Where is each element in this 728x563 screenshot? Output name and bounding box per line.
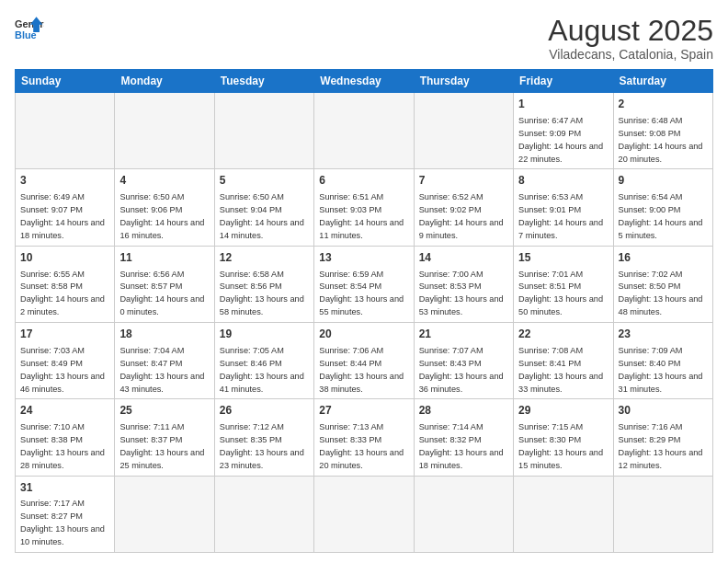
calendar-cell: 14Sunrise: 7:00 AM Sunset: 8:53 PM Dayli… xyxy=(414,246,513,322)
calendar-cell xyxy=(115,476,214,552)
day-number: 25 xyxy=(119,403,209,419)
day-info: Sunrise: 6:59 AM Sunset: 8:54 PM Dayligh… xyxy=(319,270,404,317)
day-number: 22 xyxy=(518,327,608,342)
calendar-cell xyxy=(115,93,214,169)
day-info: Sunrise: 7:15 AM Sunset: 8:30 PM Dayligh… xyxy=(518,422,603,470)
calendar-row: 3Sunrise: 6:49 AM Sunset: 9:07 PM Daylig… xyxy=(16,169,713,246)
calendar-cell: 6Sunrise: 6:51 AM Sunset: 9:03 PM Daylig… xyxy=(314,169,414,246)
day-number: 24 xyxy=(20,403,109,419)
day-info: Sunrise: 7:10 AM Sunset: 8:38 PM Dayligh… xyxy=(20,422,105,470)
calendar-cell: 11Sunrise: 6:56 AM Sunset: 8:57 PM Dayli… xyxy=(115,246,214,322)
day-info: Sunrise: 7:14 AM Sunset: 8:32 PM Dayligh… xyxy=(419,422,504,470)
calendar-row: 1Sunrise: 6:47 AM Sunset: 9:09 PM Daylig… xyxy=(16,93,713,169)
calendar-cell xyxy=(613,476,712,552)
day-number: 7 xyxy=(419,173,508,189)
day-info: Sunrise: 7:01 AM Sunset: 8:51 PM Dayligh… xyxy=(518,270,603,317)
calendar-cell: 28Sunrise: 7:14 AM Sunset: 8:32 PM Dayli… xyxy=(414,399,513,476)
svg-text:Blue: Blue xyxy=(15,29,37,40)
calendar-cell xyxy=(214,476,313,552)
day-number: 6 xyxy=(319,173,408,189)
day-number: 10 xyxy=(20,250,109,266)
day-info: Sunrise: 7:12 AM Sunset: 8:35 PM Dayligh… xyxy=(220,422,304,470)
page-container: General Blue August 2025 Viladecans, Cat… xyxy=(15,15,713,553)
calendar-cell xyxy=(514,476,613,552)
weekday-header-row: Sunday Monday Tuesday Wednesday Thursday… xyxy=(16,70,713,93)
day-number: 1 xyxy=(518,97,608,112)
day-info: Sunrise: 7:17 AM Sunset: 8:27 PM Dayligh… xyxy=(20,499,105,546)
day-number: 14 xyxy=(419,250,508,266)
day-number: 16 xyxy=(619,250,708,266)
day-info: Sunrise: 6:53 AM Sunset: 9:01 PM Dayligh… xyxy=(518,192,603,240)
day-number: 13 xyxy=(319,250,408,266)
day-info: Sunrise: 7:07 AM Sunset: 8:43 PM Dayligh… xyxy=(419,346,504,394)
day-info: Sunrise: 6:48 AM Sunset: 9:08 PM Dayligh… xyxy=(619,116,703,164)
calendar-cell: 29Sunrise: 7:15 AM Sunset: 8:30 PM Dayli… xyxy=(514,399,613,476)
header-tuesday: Tuesday xyxy=(214,70,313,93)
day-number: 12 xyxy=(220,250,309,266)
calendar-cell: 17Sunrise: 7:03 AM Sunset: 8:49 PM Dayli… xyxy=(16,323,115,399)
day-info: Sunrise: 6:52 AM Sunset: 9:02 PM Dayligh… xyxy=(419,192,504,240)
day-info: Sunrise: 7:06 AM Sunset: 8:44 PM Dayligh… xyxy=(319,346,404,394)
calendar-row: 17Sunrise: 7:03 AM Sunset: 8:49 PM Dayli… xyxy=(16,323,713,399)
generalblue-logo-icon: General Blue xyxy=(15,15,44,40)
calendar-cell: 26Sunrise: 7:12 AM Sunset: 8:35 PM Dayli… xyxy=(214,399,313,476)
calendar-cell: 19Sunrise: 7:05 AM Sunset: 8:46 PM Dayli… xyxy=(214,323,313,399)
day-info: Sunrise: 7:02 AM Sunset: 8:50 PM Dayligh… xyxy=(619,270,703,317)
calendar-cell: 25Sunrise: 7:11 AM Sunset: 8:37 PM Dayli… xyxy=(115,399,214,476)
day-info: Sunrise: 6:47 AM Sunset: 9:09 PM Dayligh… xyxy=(518,116,603,164)
day-info: Sunrise: 6:54 AM Sunset: 9:00 PM Dayligh… xyxy=(619,192,703,240)
day-number: 11 xyxy=(119,250,209,266)
day-number: 4 xyxy=(119,173,209,189)
day-info: Sunrise: 6:50 AM Sunset: 9:04 PM Dayligh… xyxy=(220,192,304,240)
day-info: Sunrise: 7:13 AM Sunset: 8:33 PM Dayligh… xyxy=(319,422,404,470)
calendar-cell xyxy=(314,93,414,169)
location-subtitle: Viladecans, Catalonia, Spain xyxy=(548,47,713,62)
calendar-cell: 7Sunrise: 6:52 AM Sunset: 9:02 PM Daylig… xyxy=(414,169,513,246)
calendar-cell: 24Sunrise: 7:10 AM Sunset: 8:38 PM Dayli… xyxy=(16,399,115,476)
calendar-cell xyxy=(314,476,414,552)
day-info: Sunrise: 7:04 AM Sunset: 8:47 PM Dayligh… xyxy=(119,346,204,394)
calendar-cell xyxy=(16,93,115,169)
day-info: Sunrise: 6:58 AM Sunset: 8:56 PM Dayligh… xyxy=(220,270,304,317)
calendar-cell: 22Sunrise: 7:08 AM Sunset: 8:41 PM Dayli… xyxy=(514,323,613,399)
calendar-cell: 5Sunrise: 6:50 AM Sunset: 9:04 PM Daylig… xyxy=(214,169,313,246)
calendar-cell: 4Sunrise: 6:50 AM Sunset: 9:06 PM Daylig… xyxy=(115,169,214,246)
day-number: 19 xyxy=(220,327,309,342)
day-number: 28 xyxy=(419,403,508,419)
day-number: 17 xyxy=(20,327,109,342)
day-info: Sunrise: 7:05 AM Sunset: 8:46 PM Dayligh… xyxy=(220,346,304,394)
calendar-cell: 16Sunrise: 7:02 AM Sunset: 8:50 PM Dayli… xyxy=(613,246,712,322)
header-monday: Monday xyxy=(115,70,214,93)
day-info: Sunrise: 7:03 AM Sunset: 8:49 PM Dayligh… xyxy=(20,346,105,394)
day-number: 8 xyxy=(518,173,608,189)
day-info: Sunrise: 7:08 AM Sunset: 8:41 PM Dayligh… xyxy=(518,346,603,394)
calendar-cell: 3Sunrise: 6:49 AM Sunset: 9:07 PM Daylig… xyxy=(16,169,115,246)
day-number: 30 xyxy=(619,403,708,419)
day-number: 18 xyxy=(119,327,209,342)
calendar-cell: 31Sunrise: 7:17 AM Sunset: 8:27 PM Dayli… xyxy=(16,476,115,552)
calendar-cell xyxy=(414,93,513,169)
calendar-cell: 20Sunrise: 7:06 AM Sunset: 8:44 PM Dayli… xyxy=(314,323,414,399)
day-number: 9 xyxy=(619,173,708,189)
day-number: 15 xyxy=(518,250,608,266)
header-wednesday: Wednesday xyxy=(314,70,414,93)
header-thursday: Thursday xyxy=(414,70,513,93)
month-year-title: August 2025 xyxy=(548,15,713,47)
calendar-cell: 9Sunrise: 6:54 AM Sunset: 9:00 PM Daylig… xyxy=(613,169,712,246)
calendar-row: 24Sunrise: 7:10 AM Sunset: 8:38 PM Dayli… xyxy=(16,399,713,476)
day-info: Sunrise: 6:51 AM Sunset: 9:03 PM Dayligh… xyxy=(319,192,404,240)
day-number: 26 xyxy=(220,403,309,419)
calendar-cell xyxy=(214,93,313,169)
logo: General Blue xyxy=(15,15,44,40)
calendar-cell: 18Sunrise: 7:04 AM Sunset: 8:47 PM Dayli… xyxy=(115,323,214,399)
header-saturday: Saturday xyxy=(613,70,712,93)
calendar-cell: 30Sunrise: 7:16 AM Sunset: 8:29 PM Dayli… xyxy=(613,399,712,476)
day-number: 31 xyxy=(20,480,109,496)
day-number: 29 xyxy=(518,403,608,419)
day-info: Sunrise: 7:00 AM Sunset: 8:53 PM Dayligh… xyxy=(419,270,504,317)
day-number: 2 xyxy=(619,97,708,112)
day-number: 23 xyxy=(619,327,708,342)
calendar-table: Sunday Monday Tuesday Wednesday Thursday… xyxy=(15,69,713,553)
title-area: August 2025 Viladecans, Catalonia, Spain xyxy=(548,15,713,62)
header-area: General Blue August 2025 Viladecans, Cat… xyxy=(15,15,713,62)
